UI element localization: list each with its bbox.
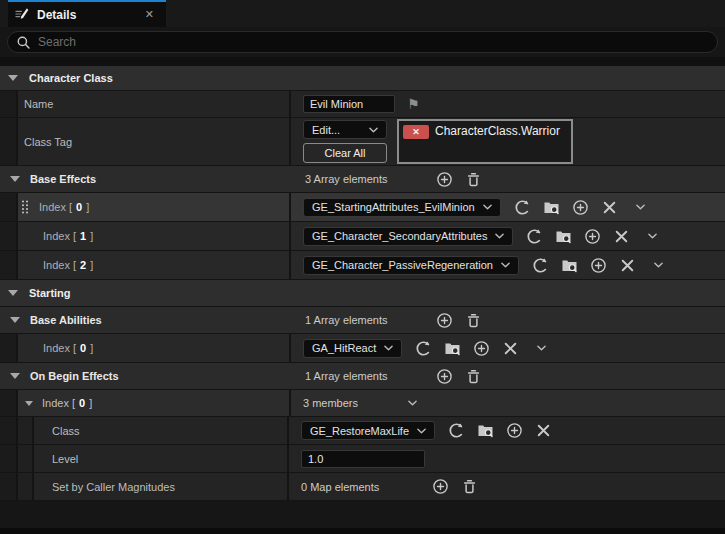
name-label: Name xyxy=(24,98,53,110)
category-starting[interactable]: Starting xyxy=(0,280,725,307)
element-options-icon[interactable] xyxy=(654,262,663,268)
delete-all-icon[interactable] xyxy=(465,312,482,329)
clear-element-icon[interactable] xyxy=(535,422,552,439)
delete-all-icon[interactable] xyxy=(461,478,478,495)
use-selected-icon[interactable] xyxy=(514,199,531,216)
asset-dropdown[interactable]: GA_HitReact xyxy=(303,339,402,358)
indent-gutter xyxy=(0,118,18,165)
row-base-abilities-0[interactable]: Index [0] GA_HitReact xyxy=(0,334,725,363)
subcategory-base-abilities[interactable]: Base Abilities xyxy=(0,307,293,333)
level-field[interactable] xyxy=(301,450,425,468)
level-label: Level xyxy=(52,453,78,465)
clear-element-icon[interactable] xyxy=(601,199,618,216)
members-count: 3 members xyxy=(303,397,408,409)
browse-asset-icon[interactable] xyxy=(561,257,578,274)
indent-gutter xyxy=(0,445,18,472)
use-selected-icon[interactable] xyxy=(532,257,549,274)
tab-title: Details xyxy=(37,8,141,22)
empty-area xyxy=(0,501,725,528)
remove-tag-button[interactable]: ✕ xyxy=(403,125,429,139)
tag-value: CharacterClass.Warrior xyxy=(435,124,560,138)
tab-details[interactable]: Details ✕ xyxy=(8,0,166,27)
element-options-icon[interactable] xyxy=(636,204,645,210)
delete-all-icon[interactable] xyxy=(465,368,482,385)
indent-gutter xyxy=(0,417,18,444)
row-set-by-caller-magnitudes: Set by Caller Magnitudes 0 Map elements xyxy=(0,473,725,501)
subcategory-base-effects[interactable]: Base Effects xyxy=(0,166,293,192)
asset-dropdown[interactable]: GE_Character_SecondaryAttributes xyxy=(303,227,513,246)
row-base-effects-0[interactable]: Index [0] GE_StartingAttributes_EvilMini… xyxy=(0,193,725,222)
struct-options-icon[interactable] xyxy=(408,400,417,406)
subcategory-on-begin-effects[interactable]: On Begin Effects xyxy=(0,363,293,389)
panel-bottom-edge xyxy=(0,528,725,534)
subcategory-title: Base Effects xyxy=(30,173,96,185)
array-count: 1 Array elements xyxy=(305,370,423,382)
use-selected-icon[interactable] xyxy=(415,340,432,357)
name-field[interactable] xyxy=(303,95,395,113)
clear-all-button[interactable]: Clear All xyxy=(303,143,387,163)
row-base-effects-header: Base Effects 3 Array elements xyxy=(0,166,725,193)
insert-element-icon[interactable] xyxy=(473,340,490,357)
browse-asset-icon[interactable] xyxy=(555,228,572,245)
use-selected-icon[interactable] xyxy=(526,228,543,245)
clear-element-icon[interactable] xyxy=(619,257,636,274)
row-effect-class: Class GE_RestoreMaxLife xyxy=(0,417,725,445)
add-element-icon[interactable] xyxy=(436,368,453,385)
subcategory-title: Base Abilities xyxy=(30,314,102,326)
add-element-icon[interactable] xyxy=(436,171,453,188)
drag-handle-icon[interactable] xyxy=(21,199,29,215)
row-on-begin-effects-0[interactable]: Index [0] 3 members xyxy=(0,390,725,417)
index-label-close: ] xyxy=(90,259,93,271)
chevron-down-icon xyxy=(501,262,510,268)
chevron-down-icon xyxy=(384,345,393,351)
edit-tag-dropdown[interactable]: Edit... xyxy=(303,120,387,139)
browse-asset-icon[interactable] xyxy=(444,340,461,357)
insert-element-icon[interactable] xyxy=(590,257,607,274)
browse-asset-icon[interactable] xyxy=(543,199,560,216)
search-box[interactable] xyxy=(7,31,718,53)
insert-element-icon[interactable] xyxy=(506,422,523,439)
tab-bar: Details ✕ xyxy=(0,0,725,27)
indent-gutter xyxy=(0,91,18,117)
divider xyxy=(0,57,725,66)
asset-name: GE_StartingAttributes_EvilMinion xyxy=(312,201,475,213)
element-options-icon[interactable] xyxy=(537,345,546,351)
row-on-begin-effects-header: On Begin Effects 1 Array elements xyxy=(0,363,725,390)
asset-dropdown[interactable]: GE_Character_PassiveRegeneration xyxy=(303,256,519,275)
search-input[interactable] xyxy=(38,35,709,49)
details-panel: Details ✕ Character Class Name ⚑ Class T… xyxy=(0,0,725,534)
asset-dropdown[interactable]: GE_StartingAttributes_EvilMinion xyxy=(303,198,501,217)
insert-element-icon[interactable] xyxy=(584,228,601,245)
element-options-icon[interactable] xyxy=(648,233,657,239)
row-base-abilities-header: Base Abilities 1 Array elements xyxy=(0,307,725,334)
close-icon[interactable]: ✕ xyxy=(141,8,158,21)
index-label-close: ] xyxy=(86,201,89,213)
indent-gutter xyxy=(0,222,18,250)
asset-name: GE_RestoreMaxLife xyxy=(310,425,409,437)
insert-element-icon[interactable] xyxy=(572,199,589,216)
asset-dropdown[interactable]: GE_RestoreMaxLife xyxy=(301,421,435,440)
search-row xyxy=(0,27,725,57)
add-element-icon[interactable] xyxy=(432,478,449,495)
index-number: 1 xyxy=(80,230,86,242)
index-label-close: ] xyxy=(89,397,92,409)
category-character-class[interactable]: Character Class xyxy=(0,66,725,91)
clear-element-icon[interactable] xyxy=(613,228,630,245)
chevron-down-icon xyxy=(417,428,426,434)
row-base-effects-2[interactable]: Index [2] GE_Character_PassiveRegenerati… xyxy=(0,251,725,280)
row-effect-level: Level xyxy=(0,445,725,473)
browse-asset-icon[interactable] xyxy=(477,422,494,439)
chevron-expanded-icon xyxy=(8,75,18,81)
chevron-expanded-icon xyxy=(10,373,20,379)
clear-element-icon[interactable] xyxy=(502,340,519,357)
add-element-icon[interactable] xyxy=(436,312,453,329)
index-label: Index [ xyxy=(43,230,76,242)
index-label: Index [ xyxy=(43,342,76,354)
class-label: Class xyxy=(52,425,80,437)
row-name: Name ⚑ xyxy=(0,91,725,118)
chevron-down-icon xyxy=(369,127,378,133)
delete-all-icon[interactable] xyxy=(465,171,482,188)
use-selected-icon[interactable] xyxy=(448,422,465,439)
row-base-effects-1[interactable]: Index [1] GE_Character_SecondaryAttribut… xyxy=(0,222,725,251)
array-count: 3 Array elements xyxy=(305,173,423,185)
